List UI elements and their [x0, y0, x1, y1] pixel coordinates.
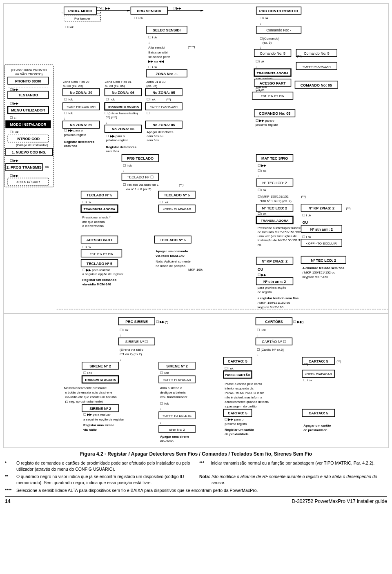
- svg-text:ACESSO PART: ACESSO PART: [260, 81, 286, 85]
- svg-text:☐ i ok: ☐ i ok: [160, 402, 169, 405]
- svg-text:☐ i ok: ☐ i ok: [225, 367, 234, 370]
- svg-text:Apagar um comando: Apagar um comando: [156, 249, 188, 253]
- svg-text:MAT TEC S/FIO: MAT TEC S/FIO: [261, 156, 288, 160]
- svg-text:(**): (**): [346, 207, 351, 210]
- svg-text:☐ i ok: ☐ i ok: [302, 235, 311, 239]
- svg-text:No ZONA: 29: No ZONA: 29: [70, 91, 92, 95]
- svg-text:↓: ↓: [256, 65, 257, 69]
- svg-text:1. NUEVO COD INS.: 1. NUEVO COD INS.: [12, 150, 46, 154]
- svg-text:PASSE CARTÃO: PASSE CARTÃO: [225, 374, 250, 377]
- footnote-marker-quad: ****: [5, 487, 15, 494]
- svg-text:↓: ↓: [123, 169, 125, 173]
- svg-text:siren No: 2: siren No: 2: [169, 428, 185, 432]
- svg-text:OU: OU: [302, 220, 307, 225]
- svg-text:INTROD COD: INTROD COD: [16, 137, 40, 141]
- svg-text:No ZONA: 29: No ZONA: 29: [70, 123, 92, 127]
- svg-text:COMANDO No: 05: COMANDO No: 05: [301, 83, 332, 87]
- svg-text:(ex. 5): (ex. 5): [263, 41, 272, 44]
- footnote-marker-star: *: [5, 460, 15, 472]
- svg-text:PRONTO 00:00: PRONTO 00:00: [15, 79, 41, 83]
- svg-text:<OFF> P/ APAGAR: <OFF> P/ APAGAR: [303, 65, 331, 69]
- svg-text:TRANSMITA AGORA: TRANSMITA AGORA: [84, 207, 116, 211]
- svg-text:<OFF> TO DELETE: <OFF> TO DELETE: [163, 414, 192, 418]
- svg-text:via nº 1 a 8 (ex.5): via nº 1 a 8 (ex.5): [126, 187, 151, 191]
- page-container: text { font-family: Arial, Helvetica, sa…: [0, 0, 392, 574]
- svg-text:Momentaneamente pressione: Momentaneamente pressione: [64, 386, 107, 390]
- svg-text:de proximidade: de proximidade: [303, 428, 327, 432]
- svg-text:até que acenda: até que acenda: [82, 220, 105, 224]
- svg-text:↓: ↓: [260, 22, 261, 26]
- svg-text:CARTAO: 5: CARTAO: 5: [309, 412, 328, 416]
- svg-text:de proximidade: de proximidade: [225, 432, 249, 436]
- svg-text:☐ i ok: ☐ i ok: [106, 98, 115, 101]
- svg-text:sem fios: sem fios: [106, 149, 119, 153]
- svg-text:com fios ou: com fios ou: [147, 134, 163, 138]
- svg-text:☐ i ok: ☐ i ok: [64, 98, 73, 101]
- svg-text:Registar detectores: Registar detectores: [106, 145, 136, 149]
- svg-text:próximo registo: próximo registo: [106, 138, 128, 142]
- footnote-text-double: O quadrado negro no visor indica que já …: [16, 474, 193, 485]
- svg-text:(Sirena via-rádio: (Sirena via-rádio: [120, 348, 144, 352]
- page-footer: 14 D-302752 PowerMaxPro V17 installer gu…: [5, 496, 387, 504]
- footnote-text-nota: Isto modifica o alcance de RF somente du…: [212, 474, 387, 485]
- svg-text:<OFF> P/ APAGAR: <OFF> P/ APAGAR: [163, 378, 191, 382]
- svg-text:MKP-160:: MKP-160:: [188, 268, 203, 271]
- svg-text:☐ i ok: ☐ i ok: [123, 164, 132, 167]
- svg-text:(**): (**): [166, 98, 171, 101]
- svg-text:ou 28 (ex. 05): ou 28 (ex. 05): [105, 84, 125, 88]
- svg-text:☐ ▶▶: ☐ ▶▶: [173, 7, 182, 10]
- svg-text:com fios: com fios: [64, 144, 78, 148]
- svg-text:☐ i ok: ☐ i ok: [303, 379, 312, 383]
- svg-text:Zona 01 a 30: Zona 01 a 30: [146, 80, 166, 84]
- svg-text:keyprox MKP-160: keyprox MKP-160: [258, 305, 284, 309]
- svg-text:☐ (MKP-150/151/152: ☐ (MKP-150/151/152: [258, 195, 289, 198]
- svg-text:☐ i ok: ☐ i ok: [120, 328, 129, 332]
- svg-text:/ MKP-150/151/152 ou: / MKP-150/151/152 ou: [258, 301, 290, 305]
- svg-text:(1 seg. aproximadamente): (1 seg. aproximadamente): [65, 400, 103, 403]
- svg-text:☐ ▶▶: ☐ ▶▶: [10, 174, 19, 178]
- svg-text:a seguinte opção de registar: a seguinte opção de registar: [83, 418, 124, 422]
- svg-text:Nº TEC LCD: 2: Nº TEC LCD: 2: [262, 206, 287, 210]
- svg-text:CARTAO: 5: CARTAO: 5: [228, 359, 247, 363]
- svg-text:via-rádio: via-rádio: [160, 439, 174, 443]
- svg-text:☐ i ok: ☐ i ok: [82, 200, 91, 204]
- svg-text:não é visível, mas informa: não é visível, mas informa: [225, 396, 262, 399]
- svg-text:☐ i ok: ☐ i ok: [256, 88, 265, 91]
- svg-text:desligue a bateria: desligue a bateria: [160, 391, 186, 394]
- svg-text:(**): (**): [336, 360, 341, 363]
- svg-text:☐ (Iniciar transmissão): ☐ (Iniciar transmissão): [105, 111, 138, 115]
- svg-text:F01: P1▪ P2  P3▪: F01: P1▪ P2 P3▪: [90, 252, 114, 256]
- svg-text:☐ i ok: ☐ i ok: [258, 212, 267, 216]
- svg-text:TRANSMITA AGORA: TRANSMITA AGORA: [257, 71, 289, 75]
- svg-text:No ZONA: 05: No ZONA: 05: [153, 91, 175, 95]
- footnotes-grid: * O registo de comandos e cartões de pro…: [5, 460, 387, 493]
- page-number: 14: [5, 498, 10, 504]
- svg-text:Registar um cartão: Registar um cartão: [225, 428, 254, 432]
- svg-text:Nº KP 2VIAS: 2: Nº KP 2VIAS: 2: [309, 206, 334, 210]
- svg-text:CARTAO: 5: CARTAO: 5: [309, 359, 328, 363]
- svg-text:Comando No: -: Comando No: -: [266, 28, 291, 32]
- svg-text:via-rádio MCM-140: via-rádio MCM-140: [156, 254, 185, 258]
- footer-section: Figura 4.2 - Registar / Apagar Detectore…: [3, 451, 389, 504]
- svg-text:No ZONA: 06: No ZONA: 06: [112, 127, 134, 131]
- svg-text:↓: ↓: [257, 353, 258, 357]
- svg-text:☐ ▶▶: ☐ ▶▶: [10, 159, 19, 162]
- svg-text:☐ ▶▶ para realizar: ☐ ▶▶ para realizar: [82, 268, 110, 272]
- svg-text:TECLADO Nº 5: TECLADO Nº 5: [87, 262, 112, 266]
- svg-text:PROG. MODO: PROG. MODO: [68, 9, 92, 13]
- svg-text:uma vez (ver Instruções de: uma vez (ver Instruções de: [258, 234, 297, 238]
- svg-text:☐ ▶▶ para o: ☐ ▶▶ para o: [225, 418, 243, 422]
- svg-text:☐ i ok: ☐ i ok: [302, 214, 311, 217]
- svg-text:☐ ▶▶: ☐ ▶▶: [101, 7, 110, 10]
- svg-text:/ MKP-150/151*152 ou: / MKP-150/151*152 ou: [302, 271, 335, 274]
- svg-text:☐ ▶▶ para realizar: ☐ ▶▶ para realizar: [83, 413, 111, 417]
- svg-text:Nota: Aplicável somente: Nota: Aplicável somente: [156, 260, 191, 263]
- svg-text:<OFF> P/APAGAR: <OFF> P/APAGAR: [305, 373, 332, 376]
- svg-text:TRANSMITA AGORA: TRANSMITA AGORA: [107, 105, 139, 109]
- svg-text:(**): (**): [297, 54, 302, 58]
- svg-text:/160 Nº 1 ou 2) (ex. 2): /160 Nº 1 ou 2) (ex. 2): [260, 199, 292, 203]
- svg-text:<OFF> P/ APAGAR: <OFF> P/ APAGAR: [163, 207, 191, 211]
- svg-text:(****): (****): [188, 45, 195, 49]
- svg-text:SIRENE Nº 2: SIRENE Nº 2: [89, 364, 111, 368]
- svg-text:próximo registo: próximo registo: [225, 423, 247, 426]
